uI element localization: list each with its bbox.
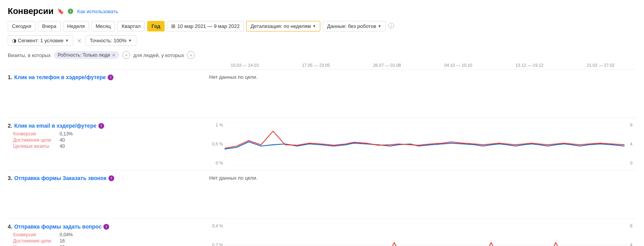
goal-4-achievements-value: 16 (60, 238, 65, 244)
chevron-down-icon: ▼ (313, 24, 316, 28)
segment-bar: ◑ Сегмент: 1 условие ▼ ✕ Точность: 100% … (8, 35, 636, 46)
goal-4-num: 4. (8, 223, 12, 230)
goal-2-stat-achievements: Достижения цели 40 (13, 137, 201, 143)
how-to-use-link[interactable]: Как использовать (77, 9, 118, 14)
goal-4-stat-visits: Целевые визиты 13 (13, 244, 201, 246)
goal-2-visits-value: 40 (60, 144, 65, 149)
segment-close-button[interactable]: ✕ (76, 37, 82, 45)
data-label: Данные: без роботов (327, 23, 376, 29)
timeline-labels: 10.03 — 14.03 17.05 — 23.05 26.07 — 01.0… (209, 63, 636, 68)
goal-1-num: 1. (8, 74, 12, 80)
date-range-button[interactable]: ⊞ 10 мар 2021 — 9 мар 2022 (167, 21, 244, 31)
date-range-label: 10 мар 2021 — 9 мар 2022 (177, 23, 240, 29)
goal-2-y-left-top: 1 % (216, 123, 223, 127)
goal-2-achievements-value: 40 (60, 137, 65, 143)
page: Конверсии 🔖 i Как использовать Сегодня В… (0, 0, 644, 246)
segment-label: Сегмент: 1 условие (18, 38, 64, 43)
goal-3-name[interactable]: Отправка формы Заказать звонок (14, 175, 106, 181)
goal-section-2: 2. Клик на email в хэдере/футере ! Конве… (8, 118, 636, 170)
goal-3-no-data: Нет данных по цели. (209, 173, 258, 181)
filter-week[interactable]: Неделя (63, 21, 89, 31)
goal-4-conversion-label: Конверсия (13, 232, 52, 237)
detail-label: Детализация: по неделям (251, 23, 311, 29)
page-title: Конверсии (8, 6, 53, 16)
goal-2-svg-chart (225, 123, 629, 165)
goal-4-chart (225, 223, 629, 246)
timeline-label-3: 26.07 — 01.08 (373, 63, 401, 68)
goal-1-no-data: Нет данных по цели. (209, 73, 258, 80)
calendar-icon: ⊞ (171, 23, 175, 29)
filter-year[interactable]: Год (147, 21, 165, 31)
condition-prefix: Визиты, в которых (8, 52, 51, 58)
timeline: 10.03 — 14.03 17.05 — 23.05 26.07 — 01.0… (209, 63, 636, 68)
bookmark-icon[interactable]: 🔖 (57, 8, 64, 14)
add-person-condition-button[interactable]: + (187, 51, 195, 59)
goal-2-name[interactable]: Клик на email в хэдере/футере (14, 123, 96, 129)
goal-1-name[interactable]: Клик на телефон в хэдере/футере (14, 74, 106, 80)
goal-2-y-left-bot: 0 % (216, 161, 223, 165)
info-button[interactable]: ⓘ (388, 22, 394, 30)
goal-1-info: 1. Клик на телефон в хэдере/футере ! (8, 74, 209, 83)
goal-2-y-right-top: 8 (630, 123, 632, 127)
goal-2-y-right-mid: 4 (630, 142, 632, 146)
goal-4-visits-value: 13 (60, 244, 65, 246)
accuracy-label: Точность: 100% (90, 38, 127, 43)
segment-chevron-icon: ▼ (65, 38, 69, 43)
filter-today[interactable]: Сегодня (8, 21, 36, 31)
goal-2-stats: Конверсия 0,13% Достижения цели 40 Целев… (13, 131, 201, 149)
condition-tag-remove[interactable]: ✕ (112, 53, 115, 58)
goal-4-stat-conversion: Конверсия 0,04% (13, 232, 201, 237)
goal-4-svg-chart (225, 223, 629, 246)
goal-3-info-icon[interactable]: ! (108, 175, 114, 181)
goal-3-chart-area: Нет данных по цели. (209, 175, 636, 214)
goal-4-info-icon[interactable]: ! (103, 224, 109, 230)
segment-pie-icon: ◑ (12, 38, 16, 43)
condition-bar: Визиты, в которых Робтность: Только люди… (8, 51, 636, 59)
goal-section-4: 4. Отправка формы задать вопрос ! Конвер… (8, 218, 636, 246)
goal-2-chart (225, 123, 629, 165)
accuracy-button[interactable]: Точность: 100% ▼ (86, 35, 136, 46)
goal-4-conversion-value: 0,04% (60, 232, 73, 237)
goal-2-y-right-bot: 0 (630, 161, 632, 165)
add-condition-button[interactable]: + (122, 51, 130, 59)
goal-4-y-axis-left: 0,4 % 0,2 % 0 % (209, 223, 225, 246)
filter-yesterday[interactable]: Вчера (38, 21, 61, 31)
goal-4-y-right-top: 8 (630, 223, 632, 228)
goal-2-conversion-label: Конверсия (13, 131, 52, 137)
filter-quarter[interactable]: Квартал (117, 21, 145, 31)
goal-4-y-left-top: 0,4 % (212, 223, 223, 228)
condition-suffix: для людей, у которых (133, 52, 184, 58)
condition-tag-label: Робтность: Только люди (58, 52, 110, 58)
goal-3-title: 3. Отправка формы Заказать звонок ! (8, 175, 201, 181)
timeline-label-4: 04.10 — 10.10 (444, 63, 472, 68)
goal-2-y-axis-right: 8 4 0 (629, 123, 636, 165)
filter-month[interactable]: Месяц (91, 21, 115, 31)
goal-3-num: 3. (8, 175, 12, 181)
goal-1-title: 1. Клик на телефон в хэдере/футере ! (8, 74, 201, 80)
goal-3-info: 3. Отправка формы Заказать звонок ! (8, 175, 209, 184)
goal-4-visits-label: Целевые визиты (13, 244, 52, 246)
goal-2-chart-area: 1 % 0,5 % 0 % 8 4 (209, 123, 636, 165)
segment-button[interactable]: ◑ Сегмент: 1 условие ▼ (8, 35, 73, 46)
goal-2-y-left-mid: 0,5 % (212, 142, 223, 146)
detail-button[interactable]: Детализация: по неделям ▼ (246, 21, 321, 31)
goal-2-info: 2. Клик на email в хэдере/футере ! Конве… (8, 123, 209, 149)
goal-2-num: 2. (8, 123, 12, 129)
goal-2-visits-label: Целевые визиты (13, 144, 52, 149)
goal-1-chart-area: Нет данных по цели. (209, 74, 636, 113)
accuracy-chevron-icon: ▼ (128, 38, 132, 43)
goal-section-1: 1. Клик на телефон в хэдере/футере ! Нет… (8, 69, 636, 118)
goal-4-name[interactable]: Отправка формы задать вопрос (14, 223, 102, 230)
goal-4-y-right-mid: 4 (630, 243, 632, 246)
data-button[interactable]: Данные: без роботов ▼ (323, 21, 386, 31)
timeline-label-1: 10.03 — 14.03 (231, 63, 259, 68)
goal-4-info: 4. Отправка формы задать вопрос ! Конвер… (8, 223, 209, 246)
timeline-label-2: 17.05 — 23.05 (302, 63, 330, 68)
goal-2-stat-conversion: Конверсия 0,13% (13, 131, 201, 137)
goal-2-stat-visits: Целевые визиты 40 (13, 144, 201, 149)
goal-2-info-icon[interactable]: ! (98, 123, 104, 129)
info-icon-header: i (68, 9, 73, 14)
goal-1-info-icon[interactable]: ! (108, 74, 113, 80)
goal-4-stats: Конверсия 0,04% Достижения цели 16 Целев… (13, 232, 201, 246)
goal-2-achievements-label: Достижения цели (13, 137, 52, 143)
